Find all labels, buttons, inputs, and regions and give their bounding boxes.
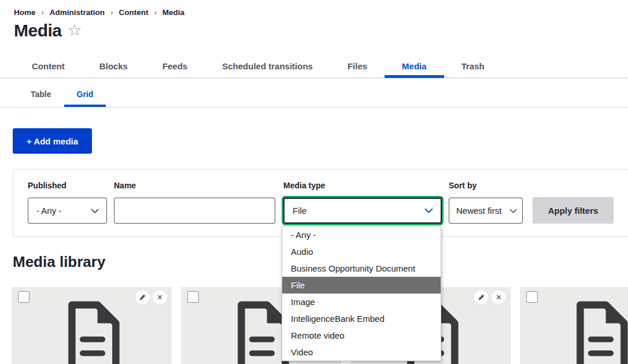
subtab-table[interactable]: Table: [18, 81, 64, 107]
breadcrumb-separator: ›: [42, 8, 44, 17]
tab-files[interactable]: Files: [330, 55, 385, 77]
file-document-icon: [571, 301, 628, 364]
tab-feeds[interactable]: Feeds: [145, 55, 205, 77]
close-icon: ✕: [157, 294, 163, 301]
page-title: Media: [14, 21, 62, 40]
add-media-button[interactable]: + Add media: [13, 128, 92, 154]
media-select-checkbox[interactable]: [526, 291, 538, 303]
edit-media-button[interactable]: [135, 290, 150, 304]
breadcrumb-media[interactable]: Media: [162, 8, 184, 17]
published-select[interactable]: - Any -: [28, 198, 107, 224]
breadcrumb-separator: ›: [110, 8, 113, 17]
chevron-down-icon: [424, 208, 433, 213]
tab-content[interactable]: Content: [14, 55, 82, 77]
sort-by-select[interactable]: Newest first: [449, 198, 523, 224]
sort-by-select-value: Newest first: [449, 206, 509, 216]
name-label: Name: [114, 181, 136, 190]
dropdown-option-image[interactable]: Image: [282, 294, 441, 310]
tab-trash[interactable]: Trash: [444, 55, 502, 77]
dropdown-option-any[interactable]: - Any -: [282, 226, 441, 243]
sort-by-label: Sort by: [449, 181, 476, 190]
primary-tabs: Content Blocks Feeds Scheduled transitio…: [0, 55, 628, 78]
breadcrumb-home[interactable]: Home: [14, 8, 36, 17]
secondary-tabs: Table Grid: [0, 81, 628, 107]
media-card: ✕: [12, 287, 172, 364]
media-admin-page: Home › Administration › Content › Media …: [0, 0, 628, 364]
media-type-select[interactable]: File: [283, 198, 442, 224]
remove-media-button[interactable]: ✕: [153, 290, 167, 304]
favorite-star-icon[interactable]: ☆: [68, 23, 82, 39]
chevron-down-icon: [91, 209, 99, 213]
media-library-heading: Media library: [13, 253, 105, 271]
dropdown-option-video[interactable]: Video: [282, 344, 441, 361]
remove-media-button[interactable]: ✕: [492, 290, 506, 304]
chevron-down-icon: [509, 209, 517, 213]
media-type-select-value: File: [285, 206, 424, 216]
tab-scheduled-transitions[interactable]: Scheduled transitions: [205, 55, 330, 77]
close-icon: ✕: [496, 294, 502, 301]
published-label: Published: [28, 181, 67, 190]
pencil-icon: [139, 294, 146, 301]
dropdown-option-intelligencebank-embed[interactable]: IntelligenceBank Embed: [282, 310, 441, 327]
tab-blocks[interactable]: Blocks: [82, 55, 145, 77]
file-document-icon: [63, 301, 121, 364]
pencil-icon: [478, 294, 485, 301]
page-title-row: Media ☆: [14, 21, 82, 40]
media-select-checkbox[interactable]: [18, 291, 29, 303]
dropdown-option-remote-video[interactable]: Remote video: [282, 327, 441, 344]
media-card: ✕: [520, 287, 628, 364]
edit-media-button[interactable]: [474, 290, 489, 304]
apply-filters-button[interactable]: Apply filters: [533, 197, 614, 224]
dropdown-option-audio[interactable]: Audio: [282, 243, 441, 260]
published-select-value: - Any -: [28, 206, 91, 216]
breadcrumb: Home › Administration › Content › Media: [14, 8, 184, 17]
media-select-checkbox[interactable]: [187, 291, 199, 303]
media-type-label: Media type: [283, 181, 325, 190]
tab-media[interactable]: Media: [385, 55, 444, 77]
media-type-dropdown: - Any - Audio Business Opportunity Docum…: [282, 226, 441, 361]
dropdown-option-business-opportunity-document[interactable]: Business Opportunity Document: [282, 260, 441, 277]
breadcrumb-separator: ›: [154, 8, 156, 17]
subtab-grid[interactable]: Grid: [64, 81, 106, 107]
name-input[interactable]: [114, 198, 275, 224]
dropdown-option-file[interactable]: File: [282, 277, 441, 294]
breadcrumb-content[interactable]: Content: [119, 8, 148, 17]
breadcrumb-administration[interactable]: Administration: [50, 8, 105, 17]
